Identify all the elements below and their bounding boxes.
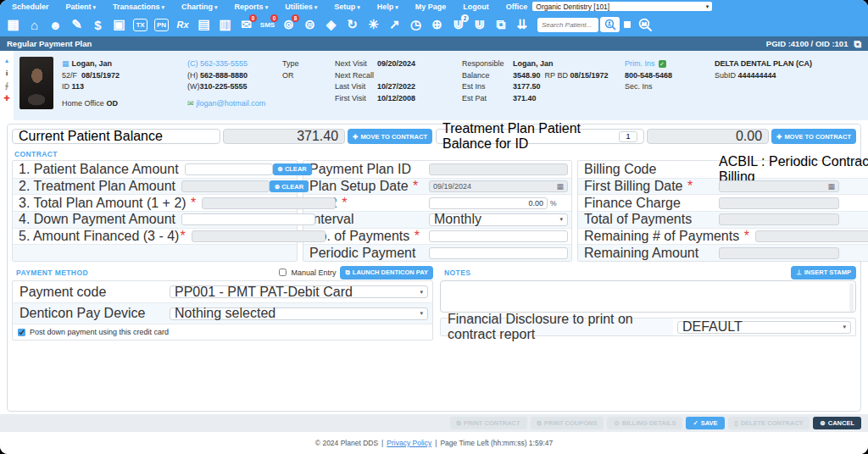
patient-birth-date: 08/15/1972 [81, 71, 120, 80]
patient-insurance-column: Prim. Ins✓ DELTA DENTAL PLAN (CA) 800-54… [625, 51, 868, 120]
forms-icon[interactable]: ▥ [214, 14, 236, 36]
disclosure-select[interactable]: DEFAULT▾ [677, 321, 851, 334]
cancel-button[interactable]: ⊗CANCEL [813, 417, 861, 429]
periodic-payment-input[interactable] [429, 247, 568, 259]
print-icon[interactable]: ⧉ [490, 14, 511, 36]
post-down-payment-checkbox[interactable] [18, 329, 25, 336]
caret-down-icon: ▾ [559, 216, 563, 223]
web-activity-badge: 8 [292, 14, 299, 22]
search-scope-checkbox[interactable] [624, 21, 631, 28]
move-to-contract-button[interactable]: ✚MOVE TO CONTRACT [348, 129, 432, 144]
treatment-plan-amount-row: 2. Treatment Plan Amount ⊗CLEAR [13, 178, 297, 195]
integrations-icon[interactable]: ✳ [363, 14, 384, 36]
patient-info-icon[interactable]: i [6, 69, 8, 77]
patient-photo[interactable] [19, 57, 53, 109]
calendar-icon[interactable]: ▦ [3, 14, 24, 36]
patient-email[interactable]: jlogan@hotmail.com [197, 99, 266, 108]
move-tp-to-contract-button[interactable]: ✚MOVE TO CONTRACT [771, 129, 856, 144]
patient-contact-column: (C) 562-335-5555 (H) 562-888-8880 (W)310… [187, 51, 282, 120]
menu-setup[interactable]: Setup▾ [326, 3, 369, 11]
payment-plan-id-row: Payment Plan ID [303, 161, 571, 178]
copyright-text: © 2024 Planet DDS [315, 439, 378, 447]
notes-icon[interactable]: ▤ [193, 14, 214, 36]
search-input[interactable] [537, 18, 598, 32]
tooth-secondary-icon[interactable]: ⋓2 [448, 14, 469, 36]
post-down-payment-row: Post down payment using this credit card [13, 324, 432, 340]
total-of-payments-input [719, 213, 839, 225]
interval-select[interactable]: Monthly▾ [429, 213, 568, 226]
time-clock-icon[interactable]: ◷ [405, 14, 426, 36]
patient-age-sex: 52/F [62, 71, 77, 80]
web-activity-icon[interactable]: ⊚8 [278, 14, 299, 36]
caret-down-icon: ▾ [843, 324, 846, 330]
tx-planner-icon[interactable]: TX [130, 14, 151, 36]
tp-id-input[interactable] [619, 131, 637, 142]
down-payment-amount-input[interactable] [181, 213, 315, 225]
sms-icon[interactable]: SMS0 [257, 14, 278, 36]
tooth-chart-icon[interactable]: ▣ [108, 14, 130, 36]
post-down-payment-label: Post down payment using this credit card [30, 328, 169, 336]
shield-icon[interactable]: ◈ [320, 14, 342, 36]
clear-treatment-plan-button[interactable]: ⊗CLEAR [270, 180, 309, 192]
notes-textarea[interactable] [440, 280, 856, 313]
patient-sync-icon[interactable]: ↻ [342, 14, 363, 36]
prim-ins-link[interactable]: Prim. Ins [625, 59, 655, 68]
est-ins-value: 3177.50 [513, 82, 541, 91]
group-search-button[interactable] [635, 14, 655, 35]
menu-charting[interactable]: Charting▾ [173, 3, 226, 11]
secure-web-icon[interactable]: ⊜ [299, 14, 320, 36]
external-link-icon: ⧉ [345, 269, 349, 277]
manual-entry-checkbox[interactable] [279, 269, 287, 276]
apr-input[interactable] [429, 197, 548, 209]
tooth-icon[interactable]: ⋓ [469, 14, 490, 36]
pay-device-select[interactable]: Nothing selected▾ [170, 307, 428, 320]
periodic-payment-row: Periodic Payment [303, 244, 571, 261]
menu-utilities[interactable]: Utilities▾ [276, 3, 326, 11]
insert-stamp-button[interactable]: ⊥INSERT STAMP [791, 266, 856, 280]
menu-logout[interactable]: Logout [454, 3, 498, 11]
sec-ins-label[interactable]: Sec. Ins [625, 81, 708, 93]
menu-my-page[interactable]: My Page [407, 3, 455, 11]
analytics-icon[interactable]: ↗ [384, 14, 405, 36]
caret-down-icon: ▾ [395, 4, 398, 10]
action-bar: ⧉PRINT CONTRACT ⧉PRINT COUPONS ⊙BILLING … [0, 414, 868, 432]
clear-patient-balance-button[interactable]: ⊗CLEAR [273, 163, 312, 175]
notes-scrollbar[interactable] [849, 283, 854, 312]
menu-patient[interactable]: Patient▾ [58, 3, 105, 11]
medical-alert-icon[interactable]: ✚ [3, 94, 10, 102]
responsible-party: Logan, Jan [513, 59, 554, 68]
plus-icon: ✚ [776, 133, 782, 141]
total-plan-amount-input [202, 197, 336, 209]
patient-name: Logan, Jan [72, 59, 113, 68]
home-icon[interactable]: ⌂ [24, 14, 45, 36]
amount-financed-input [192, 230, 326, 242]
attachment-icon[interactable]: ∮ [5, 81, 9, 90]
menu-transactions[interactable]: Transactions▾ [104, 3, 173, 11]
add-patient-icon[interactable]: ☻ [45, 14, 66, 36]
office-select[interactable]: Organic Dentistry [101]▾ [532, 2, 712, 11]
rx-icon[interactable]: Rx [172, 14, 193, 36]
progress-notes-icon[interactable]: PN [151, 14, 172, 36]
save-button[interactable]: ✓SAVE [686, 417, 724, 429]
privacy-policy-link[interactable]: Privacy Policy [387, 439, 431, 447]
caret-down-icon: ▾ [357, 4, 360, 10]
menu-reports[interactable]: Reports▾ [226, 3, 277, 11]
collapse-banner-icon[interactable]: ▴ [5, 57, 8, 64]
collapse-toolbar-icon[interactable]: ⇊ [511, 14, 532, 36]
menu-help[interactable]: Help▾ [369, 3, 407, 11]
denticon-pay-device-row: Denticon Pay Device Nothing selected▾ [13, 302, 432, 324]
patient-balance-amount-input[interactable] [185, 163, 273, 175]
patient-balance-amount-row: 1. Patient Balance Amount ⊗CLEAR [13, 161, 297, 178]
payments-icon[interactable]: $ [87, 14, 108, 36]
person-search-icon [604, 19, 616, 30]
search-patient-button[interactable] [600, 17, 620, 32]
web-portal-icon[interactable]: ⊕ [426, 14, 448, 36]
no-of-payments-input[interactable] [429, 230, 568, 242]
launch-denticon-pay-button[interactable]: ⧉LAUNCH DENTICON PAY [340, 266, 433, 280]
edit-patient-icon[interactable]: ✎ [66, 14, 87, 36]
payment-code-select[interactable]: PP001 - PMT PAT-Debit Card▾ [170, 285, 428, 298]
menu-scheduler[interactable]: Scheduler [3, 3, 58, 11]
print-page-icon[interactable]: ⧉ [854, 38, 861, 50]
cell-phone[interactable]: (C) 562-335-5555 [187, 58, 282, 70]
chat-icon[interactable]: ✉0 [236, 14, 257, 36]
